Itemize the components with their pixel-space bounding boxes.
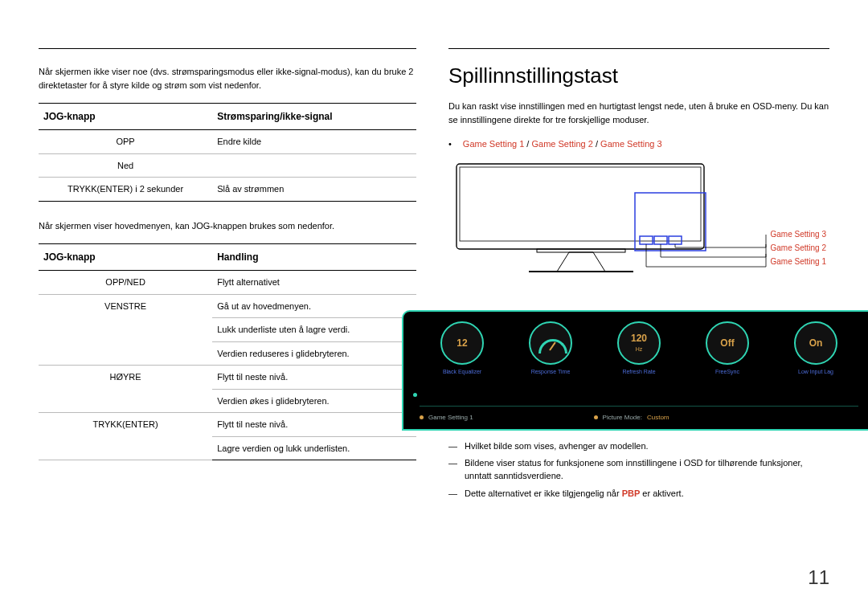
monitor-diagram: Game Setting 3 Game Setting 2 Game Setti…: [448, 159, 826, 296]
table-row: HØYREFlytt til neste nivå.: [39, 366, 416, 390]
page-number: 11: [808, 563, 829, 592]
legend-2: Game Setting 2: [771, 242, 826, 254]
osd-panel: 12Black EqualizerResponse Time120HzRefre…: [402, 310, 868, 431]
osd-dial: Response Time: [522, 321, 579, 377]
svg-rect-1: [460, 167, 701, 241]
table-row: VENSTREGå ut av hovedmenyen.: [39, 294, 416, 318]
setting-list: Game Setting 1 / Game Setting 2 / Game S…: [448, 137, 829, 151]
intro-text-2: Når skjermen viser hovedmenyen, kan JOG-…: [39, 219, 416, 233]
svg-rect-6: [669, 236, 682, 244]
table-mainmenu: JOG-knapp Handling OPP/NEDFlytt alternat…: [39, 243, 416, 460]
table-row: TRYKK(ENTER)Flytt til neste nivå.: [39, 413, 416, 437]
osd-dial: OffFreeSync: [699, 321, 755, 377]
intro-text-1: Når skjermen ikke viser noe (dvs. strøms…: [39, 65, 416, 92]
table-row: OPP Endre kilde: [39, 130, 416, 154]
osd-dial: OnLow Input Lag: [788, 321, 844, 377]
osd-status-2: Picture Mode: Custom: [594, 413, 669, 423]
svg-rect-7: [635, 193, 706, 251]
notes: ―Hvilket bilde som vises, avhenger av mo…: [448, 440, 829, 501]
note: ―Hvilket bilde som vises, avhenger av mo…: [448, 440, 829, 453]
osd-dial: 12Black Equalizer: [434, 321, 490, 377]
section-desc: Du kan raskt vise innstillingen med en h…: [448, 100, 829, 126]
osd-dial: 120HzRefresh Rate: [611, 321, 667, 377]
section-title: Spillinnstillingstast: [448, 48, 829, 92]
th-jog: JOG-knapp: [39, 104, 212, 130]
table-row: Ned: [39, 153, 416, 178]
table-row: TRYKK(ENTER) i 2 sekunder Slå av strømme…: [39, 178, 416, 202]
table-powersave: JOG-knapp Strømsparing/ikke-signal OPP E…: [39, 103, 416, 202]
svg-rect-5: [654, 236, 667, 244]
note: ―Bildene viser status for funksjonene so…: [448, 457, 829, 483]
setting-3: Game Setting 3: [600, 139, 661, 149]
table-row: OPP/NEDFlytt alternativet: [39, 271, 416, 295]
legend-3: Game Setting 3: [771, 228, 826, 240]
legend-1: Game Setting 1: [771, 255, 826, 268]
th-mode: Strømsparing/ikke-signal: [212, 104, 416, 130]
osd-status-1: Game Setting 1: [420, 413, 473, 423]
svg-rect-4: [640, 236, 653, 244]
th-action: Handling: [212, 244, 416, 271]
note: ―Dette alternativet er ikke tilgjengelig…: [448, 488, 829, 501]
th-jog2: JOG-knapp: [39, 244, 212, 271]
setting-2: Game Setting 2: [531, 139, 592, 149]
setting-1: Game Setting 1: [463, 139, 524, 149]
